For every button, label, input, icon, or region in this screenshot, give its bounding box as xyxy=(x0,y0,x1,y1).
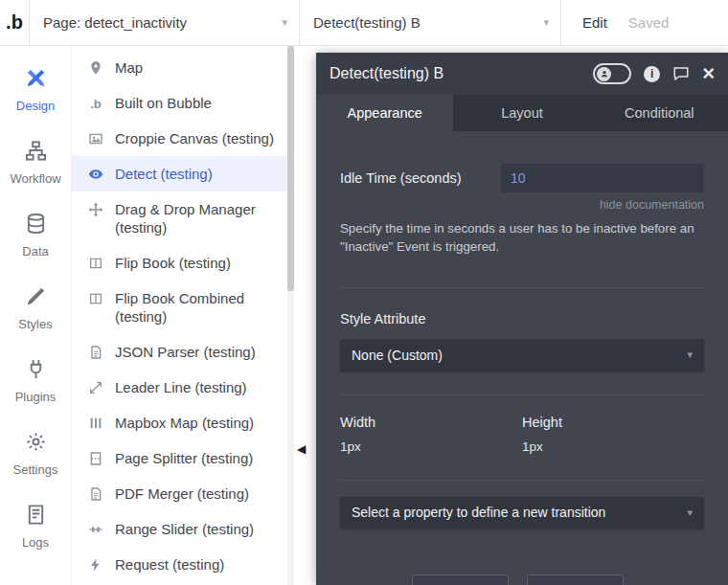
saved-status: Saved xyxy=(628,14,670,31)
lightning-icon xyxy=(87,556,104,574)
list-item-detect[interactable]: Detect (testing) xyxy=(72,156,287,191)
avatar-icon xyxy=(597,67,611,81)
idle-time-label: Idle Time (seconds) xyxy=(340,170,501,186)
width-column: Width 1px xyxy=(340,415,522,454)
list-item-map[interactable]: Map xyxy=(72,50,287,85)
height-column: Height 1px xyxy=(522,415,704,454)
close-icon[interactable]: × xyxy=(702,65,715,82)
page-split-icon xyxy=(87,450,104,467)
image-icon xyxy=(87,130,104,147)
property-editor-title: Detect(testing) B xyxy=(330,65,593,82)
chevron-down-icon: ▾ xyxy=(543,16,549,29)
list-item-page-splitter[interactable]: Page Splitter (testing) xyxy=(72,440,287,476)
bubble-logo-icon: .b xyxy=(87,95,104,112)
sidebar-item-design[interactable]: Design xyxy=(0,54,71,126)
slider-icon xyxy=(87,521,104,538)
edit-mode-label[interactable]: Edit xyxy=(582,14,607,31)
list-item-flip-book-combined[interactable]: Flip Book Combined (testing) xyxy=(72,281,287,334)
chevron-down-icon: ▾ xyxy=(687,506,693,519)
transition-property-dropdown[interactable]: Select a property to define a new transi… xyxy=(340,497,704,529)
book-icon xyxy=(87,255,104,272)
bottom-right-button[interactable] xyxy=(527,574,624,585)
sidebar-item-logs[interactable]: Logs xyxy=(0,490,71,563)
tab-layout[interactable]: Layout xyxy=(453,95,590,131)
appearance-tab-content: Idle Time (seconds) hide documentation S… xyxy=(316,164,728,529)
book-icon xyxy=(87,290,104,307)
list-item-range-slider[interactable]: Range Slider (testing) xyxy=(72,511,287,547)
page-selector-value: Page: detect_inactivity xyxy=(43,14,187,31)
dimensions-row: Width 1px Height 1px xyxy=(340,415,704,454)
width-label: Width xyxy=(340,415,522,430)
panel-collapse-arrow[interactable]: ◀ xyxy=(297,442,306,456)
element-list-scrollbar-thumb[interactable] xyxy=(287,46,294,291)
element-list: Map .b Built on Bubble Croppie Canvas (t… xyxy=(72,46,287,585)
idle-time-row: Idle Time (seconds) xyxy=(340,164,704,192)
section-divider xyxy=(340,287,704,288)
list-item-leader-line[interactable]: Leader Line (testing) xyxy=(72,370,287,405)
header-icons: i × xyxy=(593,63,715,84)
property-editor-tabs: Appearance Layout Conditional xyxy=(316,95,728,131)
chevron-down-icon: ▾ xyxy=(687,349,693,361)
gear-icon xyxy=(25,431,47,457)
sidebar-item-data[interactable]: Data xyxy=(0,199,71,272)
tab-appearance[interactable]: Appearance xyxy=(316,95,453,131)
left-sidebar: Design Workflow Data Styles Plugins xyxy=(0,46,72,585)
element-selector-dropdown[interactable]: Detect(testing) B ▾ xyxy=(299,0,561,46)
document-icon xyxy=(87,485,104,503)
list-item-croppie-canvas[interactable]: Croppie Canvas (testing) xyxy=(72,121,287,156)
paintbrush-icon xyxy=(25,285,47,311)
bottom-left-button[interactable] xyxy=(412,574,509,585)
sidebar-item-workflow[interactable]: Workflow xyxy=(0,126,71,199)
design-brushes-icon xyxy=(25,67,47,93)
list-item-request[interactable]: Request (testing) xyxy=(72,547,287,582)
eye-icon xyxy=(87,166,104,183)
map-pin-icon xyxy=(87,59,104,77)
list-item-drag-drop-manager[interactable]: Drag & Drop Manager (testing) xyxy=(72,191,287,245)
sidebar-item-plugins[interactable]: Plugins xyxy=(0,345,71,417)
bubble-editor: .b Page: detect_inactivity ▾ Detect(test… xyxy=(0,0,728,585)
height-label: Height xyxy=(522,415,704,430)
list-item-mapbox-map[interactable]: Mapbox Map (testing) xyxy=(72,405,287,440)
comment-bubble-icon[interactable] xyxy=(672,65,690,82)
documentation-text: Specify the time in seconds a user has t… xyxy=(340,219,704,257)
width-value: 1px xyxy=(340,439,522,454)
info-icon[interactable]: i xyxy=(644,66,660,82)
columns-icon xyxy=(87,415,104,432)
style-attribute-label: Style Attribute xyxy=(340,311,704,326)
collaborator-avatar-pill[interactable] xyxy=(593,63,631,84)
property-editor-header: Detect(testing) B i × xyxy=(316,53,728,95)
section-divider xyxy=(340,394,704,395)
element-list-scrollbar-track xyxy=(287,46,294,585)
log-document-icon xyxy=(25,504,47,529)
list-item-flip-book[interactable]: Flip Book (testing) xyxy=(72,245,287,281)
bubble-logo[interactable]: .b xyxy=(0,11,29,34)
sidebar-item-styles[interactable]: Styles xyxy=(0,272,71,345)
hide-documentation-link[interactable]: hide documentation xyxy=(340,198,704,212)
chevron-down-icon: ▾ xyxy=(282,16,287,29)
style-attribute-value: None (Custom) xyxy=(352,348,679,363)
list-item-pdf-merger[interactable]: PDF Merger (testing) xyxy=(72,476,287,511)
plug-icon xyxy=(25,358,47,384)
list-item-built-on-bubble[interactable]: .b Built on Bubble xyxy=(72,85,287,121)
tab-conditional[interactable]: Conditional xyxy=(591,95,728,131)
workflow-tree-icon xyxy=(25,140,47,166)
element-selector-value: Detect(testing) B xyxy=(313,14,421,31)
style-attribute-dropdown[interactable]: None (Custom) ▾ xyxy=(340,339,704,371)
page-selector-dropdown[interactable]: Page: detect_inactivity ▾ xyxy=(29,0,299,46)
topbar: .b Page: detect_inactivity ▾ Detect(test… xyxy=(0,0,728,46)
move-arrows-icon xyxy=(87,201,104,218)
idle-time-input[interactable] xyxy=(501,164,704,192)
transition-placeholder: Select a property to define a new transi… xyxy=(352,505,679,520)
list-item-json-parser[interactable]: JSON Parser (testing) xyxy=(72,334,287,370)
property-editor-panel: Detect(testing) B i × Appearance Layout … xyxy=(316,53,728,585)
sidebar-item-settings[interactable]: Settings xyxy=(0,417,71,490)
height-value: 1px xyxy=(522,439,704,454)
document-icon xyxy=(87,344,104,361)
database-icon xyxy=(25,213,47,238)
section-divider xyxy=(340,480,704,481)
leader-line-icon xyxy=(87,379,104,396)
